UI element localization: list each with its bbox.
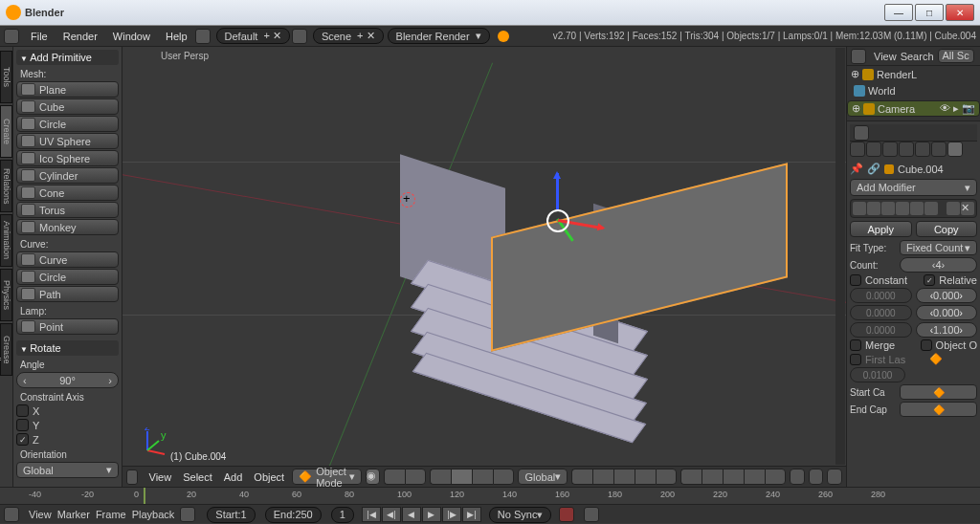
modifier-delete-icon[interactable]: ✕ [961,202,974,215]
add-curve[interactable]: Curve [16,251,119,268]
menu-select[interactable]: Select [179,471,216,483]
viewport-scroll[interactable] [835,48,845,465]
timeline-ruler[interactable]: -40-200204060801001201401601802002202402… [0,488,980,505]
timeline-editor-icon[interactable] [4,507,19,522]
add-torus[interactable]: Torus [16,202,119,218]
editor-type-icon[interactable] [4,29,19,44]
add-plane[interactable]: Plane [16,81,119,98]
merge-checkbox[interactable] [850,339,861,351]
gizmo-z-axis[interactable] [556,173,559,209]
outliner-filter[interactable]: All Sc [938,49,974,63]
tab-animation[interactable]: Animation [0,214,12,267]
play-icon[interactable]: ▶ [422,507,441,522]
start-cap-select[interactable]: 🔶 [900,384,977,400]
relative-offset-checkbox[interactable]: ✓ [924,274,935,286]
panel-add-primitive[interactable]: Add Primitive [16,50,119,65]
close-button[interactable]: ✕ [946,4,974,21]
object-offset-checkbox[interactable] [921,339,932,351]
pivot-align-icon[interactable] [405,469,426,485]
end-cap-select[interactable]: 🔶 [900,402,977,417]
menu-file[interactable]: File [23,26,56,47]
snap-element[interactable] [809,469,824,485]
add-modifier-button[interactable]: Add Modifier▾ [850,179,977,196]
tab-constraints-icon[interactable] [931,142,947,157]
tl-view[interactable]: View [29,509,52,520]
rel-y[interactable]: ‹ 0.000 › [916,305,978,320]
play-reverse-icon[interactable]: ◀ [402,507,421,522]
outliner-item-render[interactable]: ⊕RenderL [847,66,980,82]
manipulator-move-icon[interactable] [451,469,472,485]
count-field[interactable]: ‹ 4 › [900,257,977,273]
snap-toggle[interactable] [790,469,805,485]
jump-start-icon[interactable]: |◀ [362,507,381,522]
outliner-editor-icon[interactable] [851,49,866,64]
3d-viewport[interactable]: User Persp z y (1) Cube.004 [122,47,846,487]
tab-object-icon[interactable] [915,142,930,157]
timeline-cursor[interactable] [144,488,145,504]
pin-icon[interactable]: 📌 [850,163,863,175]
current-frame[interactable]: 1 [331,507,354,523]
fit-type-select[interactable]: Fixed Count▾ [900,240,977,255]
minimize-button[interactable]: — [884,4,913,21]
autokey-icon[interactable] [559,507,574,522]
add-path[interactable]: Path [16,286,119,302]
transform-orientation[interactable]: Global ▾ [518,469,568,485]
tl-marker[interactable]: Marker [57,509,90,520]
maximize-button[interactable]: □ [915,4,944,21]
tab-scene-icon[interactable] [882,142,898,157]
menu-view[interactable]: View [145,471,176,483]
outliner-search[interactable]: Search [901,51,934,62]
constraint-x[interactable]: X [16,404,119,417]
manipulator-scale-icon[interactable] [493,469,514,485]
constraint-y[interactable]: Y [16,419,119,431]
manipulator-toggle[interactable] [430,469,451,485]
tab-renderlayer-icon[interactable] [866,142,881,157]
outliner-item-camera[interactable]: ⊕Camera👁 ▸ 📷 [847,100,980,117]
screen-layout-select[interactable]: Default+ ✕ [216,28,290,44]
copy-button[interactable]: Copy [916,221,978,237]
menu-add[interactable]: Add [220,471,247,483]
3dview-editor-icon[interactable] [126,469,138,485]
add-point-lamp[interactable]: Point [16,318,119,335]
rel-z[interactable]: ‹ 1.100 › [916,322,978,338]
gizmo-center[interactable] [546,209,569,232]
modifier-move-up-icon[interactable] [947,202,960,215]
mode-select[interactable]: 🔶 Object Mode ▾ [292,469,362,485]
apply-button[interactable]: Apply [850,221,912,237]
menu-help[interactable]: Help [158,26,195,47]
end-frame[interactable]: End: 250 [265,507,322,523]
add-curve-circle[interactable]: Circle [16,269,119,285]
shading-select[interactable]: ◉ [366,469,381,485]
add-icosphere[interactable]: Ico Sphere [16,150,119,166]
add-cylinder[interactable]: Cylinder [16,167,119,184]
menu-window[interactable]: Window [105,26,158,47]
menu-object[interactable]: Object [250,471,288,483]
tab-relations[interactable]: Relations [0,160,12,212]
constant-offset-checkbox[interactable] [850,274,861,286]
add-uvsphere[interactable]: UV Sphere [16,133,119,149]
render-preview-icon[interactable] [827,469,842,485]
tl-frame[interactable]: Frame [96,509,126,520]
rel-x[interactable]: ‹ 0.000 › [916,288,978,303]
pivot-icon[interactable] [384,469,405,485]
tab-tools[interactable]: Tools [0,51,12,103]
add-cube[interactable]: Cube [16,98,119,115]
outliner-item-world[interactable]: World [847,82,980,98]
tab-render-icon[interactable] [850,142,865,157]
start-frame[interactable]: Start: 1 [207,507,255,523]
add-monkey[interactable]: Monkey [16,219,119,235]
menu-render[interactable]: Render [56,26,105,47]
orientation-select[interactable]: Global▾ [16,462,119,478]
scene-select[interactable]: Scene+ ✕ [313,28,384,44]
tl-playback[interactable]: Playback [132,509,175,520]
tab-create[interactable]: Create [0,105,12,158]
keyframe-prev-icon[interactable]: ◀| [382,507,401,522]
tab-greasepencil[interactable]: Grease Pencil [0,323,12,376]
add-circle[interactable]: Circle [16,116,119,132]
jump-end-icon[interactable]: ▶| [462,507,481,522]
add-cone[interactable]: Cone [16,185,119,201]
tab-modifiers-icon[interactable] [947,142,963,157]
first-last-checkbox[interactable] [850,354,861,365]
keyframe-next-icon[interactable]: |▶ [442,507,461,522]
render-engine-select[interactable]: Blender Render▾ [388,28,490,44]
